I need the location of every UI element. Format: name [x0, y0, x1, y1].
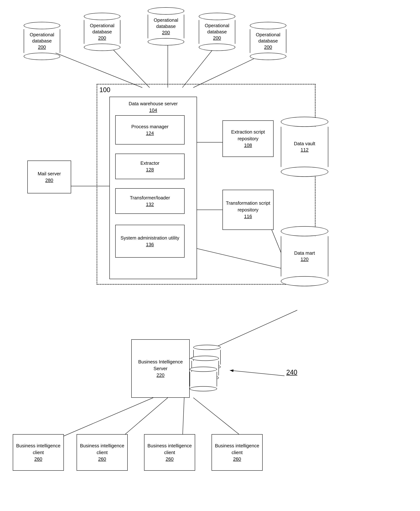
- svg-line-0: [51, 51, 142, 88]
- data-vault-label: Data vault 112: [294, 141, 315, 153]
- diagram: 100 Operational database 200 Operational…: [0, 0, 420, 511]
- extraction-repo-label: Extraction script repository 108: [223, 129, 273, 149]
- process-manager-label: Process manager 124: [131, 123, 169, 137]
- data-vault: Data vault 112: [281, 117, 328, 177]
- op-db-4-label: Operational database 200: [201, 23, 233, 41]
- bi-client-3: Business intelligence client 260: [144, 434, 195, 471]
- transformation-repo: Transformation script repository 116: [223, 190, 274, 230]
- op-db-2-label: Operational database 200: [86, 23, 119, 41]
- sys-admin-label: System administration utility 136: [120, 235, 179, 248]
- dw-server-box: Data warehouse server 104 Process manage…: [109, 97, 197, 279]
- extractor-label: Extractor 128: [140, 160, 159, 173]
- mail-server-label: Mail server 280: [38, 170, 61, 184]
- op-db-3-label: Operational database 200: [150, 17, 182, 36]
- bi-client-3-label: Business intelligence client 260: [144, 442, 195, 462]
- dw-server-title: Data warehouse server 104: [110, 100, 197, 114]
- extraction-repo: Extraction script repository 108: [223, 120, 274, 157]
- op-db-3: Operational database 200: [148, 7, 184, 45]
- bi-server-label: Business Intelligence Server 220: [132, 359, 189, 378]
- op-db-1-label: Operational database 200: [26, 32, 58, 50]
- bi-client-4-label: Business intelligence client 260: [212, 442, 262, 462]
- bi-server: Business Intelligence Server 220: [131, 339, 190, 398]
- mail-server: Mail server 280: [27, 161, 71, 193]
- op-db-5-label: Operational database 200: [252, 32, 285, 50]
- bi-client-1-label: Business intelligence client 260: [13, 442, 63, 462]
- op-db-2: Operational database 200: [84, 13, 120, 51]
- process-manager: Process manager 124: [115, 115, 185, 144]
- op-db-4: Operational database 200: [199, 13, 235, 51]
- boundary-label: 100: [99, 86, 110, 94]
- data-mart-label: Data mart 120: [294, 250, 315, 263]
- op-db-1: Operational database 200: [24, 22, 60, 60]
- transformation-repo-label: Transformation script repository 116: [223, 200, 273, 220]
- transformer-loader: Transformer/loader 132: [115, 188, 185, 214]
- extractor: Extractor 128: [115, 154, 185, 179]
- bi-client-2-label: Business intelligence client 260: [77, 442, 127, 462]
- bi-client-4: Business intelligence client 260: [211, 434, 262, 471]
- bi-client-1: Business intelligence client 260: [13, 434, 64, 471]
- bi-copies-label: 240: [286, 368, 297, 376]
- transformer-loader-label: Transformer/loader 132: [130, 195, 170, 208]
- sys-admin: System administration utility 136: [115, 225, 185, 258]
- svg-line-15: [230, 370, 285, 376]
- bi-client-2: Business intelligence client 260: [77, 434, 128, 471]
- op-db-5: Operational database 200: [250, 22, 286, 60]
- data-mart: Data mart 120: [281, 226, 328, 286]
